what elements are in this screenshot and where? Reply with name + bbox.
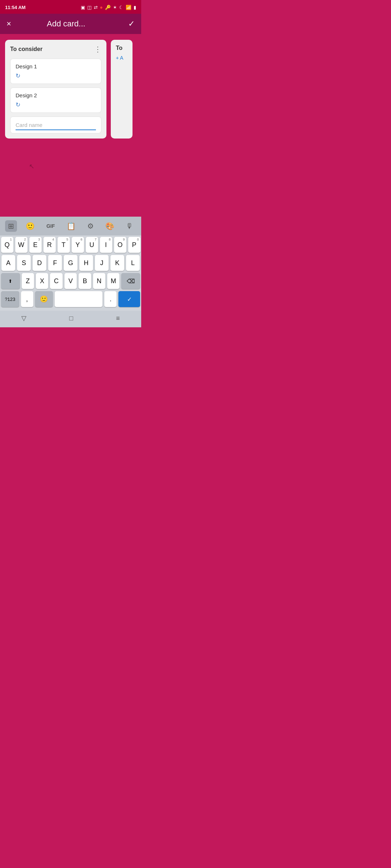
- backspace-key[interactable]: ⌫: [121, 273, 140, 289]
- keyboard-row-1: 1Q 2W 3E 4R 5T 6Y 7U 8I 9O 0P: [1, 237, 140, 253]
- column-title: To consider: [10, 46, 43, 52]
- task-card-design2[interactable]: Design 2 ↻: [10, 88, 101, 113]
- transfer-icon: ⇄: [94, 5, 98, 10]
- sticker-icon[interactable]: 🙂: [23, 220, 38, 232]
- key-L[interactable]: L: [126, 255, 140, 271]
- partial-column-title: To: [116, 45, 127, 51]
- key-H[interactable]: H: [79, 255, 93, 271]
- partial-add-label[interactable]: + A: [116, 55, 127, 61]
- screen-icon: ◫: [87, 5, 92, 10]
- clipboard-icon[interactable]: 📋: [64, 220, 79, 232]
- kanban-board: To consider ⋮ Design 1 ↻ Design 2 ↻ To +…: [0, 34, 141, 144]
- confirm-button[interactable]: ✓: [128, 19, 135, 29]
- app-bar: × Add card... ✓: [0, 14, 141, 34]
- key-period[interactable]: .: [104, 291, 117, 307]
- space-key[interactable]: [55, 291, 102, 307]
- emoji-key[interactable]: 🙂: [35, 291, 53, 307]
- key-V[interactable]: V: [64, 273, 77, 289]
- keyboard-row-2: A S D F G H J K L: [1, 255, 140, 271]
- refresh-icon: ↻: [16, 73, 20, 79]
- battery-icon: ▮: [134, 5, 136, 10]
- task-card-design1[interactable]: Design 1 ↻: [10, 59, 101, 84]
- key-M[interactable]: M: [107, 273, 119, 289]
- key-A[interactable]: A: [1, 255, 15, 271]
- task-name: Design 2: [16, 92, 96, 98]
- key-W[interactable]: 2W: [15, 237, 28, 253]
- cursor: ↖: [29, 162, 34, 170]
- moon-icon: ☾: [119, 5, 123, 10]
- keyboard-toolbar: ⊞ 🙂 GIF 📋 ⚙ 🎨 🎙: [0, 217, 141, 235]
- key-C[interactable]: C: [50, 273, 62, 289]
- key-Q[interactable]: 1Q: [1, 237, 13, 253]
- key-U[interactable]: 7U: [86, 237, 98, 253]
- keyboard-row-3: ⬆ Z X C V B N M ⌫: [1, 273, 140, 289]
- symbols-key[interactable]: ?123: [1, 291, 19, 307]
- keyboard[interactable]: ⊞ 🙂 GIF 📋 ⚙ 🎨 🎙 1Q 2W 3E 4R 5T 6Y 7U 8I …: [0, 217, 141, 327]
- status-bar: 11:54 AM ▣ ◫ ⇄ ● 🔑 ✶ ☾ 📶 ▮: [0, 0, 141, 14]
- shift-key[interactable]: ⬆: [1, 273, 20, 289]
- status-time: 11:54 AM: [5, 5, 26, 10]
- grid-icon[interactable]: ⊞: [5, 220, 17, 232]
- key-G[interactable]: G: [64, 255, 77, 271]
- video-icon: ▣: [81, 5, 85, 10]
- column-to-consider: To consider ⋮ Design 1 ↻ Design 2 ↻: [5, 40, 106, 139]
- mic-icon[interactable]: 🎙: [123, 221, 136, 232]
- cam-icon: ●: [100, 4, 103, 10]
- background-area: ↖: [0, 144, 141, 217]
- bottom-nav-bar: ▽ □ ≡: [0, 311, 141, 327]
- status-icons: ▣ ◫ ⇄ ● 🔑 ✶ ☾ 📶 ▮: [81, 4, 136, 10]
- key-I[interactable]: 8I: [100, 237, 112, 253]
- key-Y[interactable]: 6Y: [72, 237, 84, 253]
- key-S[interactable]: S: [17, 255, 31, 271]
- key-F[interactable]: F: [48, 255, 62, 271]
- bluetooth-icon: ✶: [113, 5, 117, 10]
- wifi-icon: 📶: [126, 5, 131, 10]
- key-B[interactable]: B: [79, 273, 91, 289]
- refresh-icon: ↻: [16, 102, 20, 108]
- close-button[interactable]: ×: [7, 19, 11, 29]
- key-R[interactable]: 4R: [43, 237, 56, 253]
- column-menu-icon[interactable]: ⋮: [94, 45, 101, 54]
- keyboard-main: 1Q 2W 3E 4R 5T 6Y 7U 8I 9O 0P A S D F G …: [0, 235, 141, 311]
- key-J[interactable]: J: [95, 255, 109, 271]
- key-D[interactable]: D: [33, 255, 46, 271]
- keyboard-row-4: ?123 , 🙂 . ✓: [1, 291, 140, 307]
- settings-icon[interactable]: ⚙: [84, 220, 97, 232]
- column-partial: To + A: [111, 40, 133, 139]
- back-button[interactable]: ▽: [21, 314, 26, 322]
- gif-button[interactable]: GIF: [43, 222, 58, 230]
- key-Z[interactable]: Z: [22, 273, 34, 289]
- card-name-input[interactable]: [16, 121, 96, 130]
- key-comma[interactable]: ,: [21, 291, 33, 307]
- palette-icon[interactable]: 🎨: [102, 220, 117, 232]
- key-K[interactable]: K: [110, 255, 124, 271]
- task-name: Design 1: [16, 63, 96, 69]
- key-P[interactable]: 0P: [128, 237, 140, 253]
- page-title: Add card...: [11, 19, 128, 29]
- key-icon: 🔑: [105, 5, 111, 10]
- key-E[interactable]: 3E: [29, 237, 42, 253]
- recents-button[interactable]: ≡: [116, 315, 120, 322]
- key-N[interactable]: N: [93, 273, 105, 289]
- key-T[interactable]: 5T: [58, 237, 70, 253]
- key-X[interactable]: X: [36, 273, 48, 289]
- key-O[interactable]: 9O: [114, 237, 126, 253]
- column-header: To consider ⋮: [10, 45, 101, 54]
- enter-key[interactable]: ✓: [118, 291, 140, 307]
- home-button[interactable]: □: [69, 315, 73, 322]
- add-card-container: [10, 116, 101, 133]
